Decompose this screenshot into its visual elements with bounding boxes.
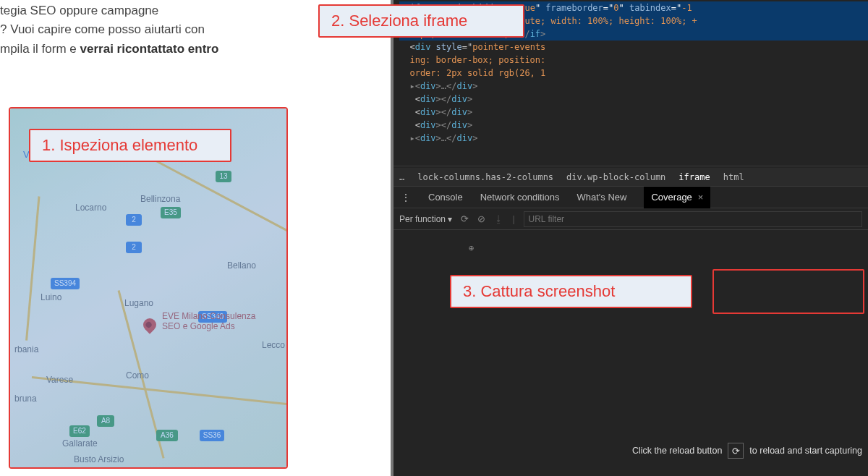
- tab-coverage[interactable]: Coverage ×: [644, 187, 710, 208]
- reload-icon[interactable]: ⟳: [461, 213, 469, 224]
- target-icon: ⊕: [469, 243, 474, 253]
- page-body-text: tegia SEO oppure campagne ? Vuoi capire …: [0, 1, 304, 59]
- breadcrumb-item[interactable]: lock-columns.has-2-columns: [417, 172, 553, 182]
- dom-node-style: order: 2px solid rgb(26, 1: [399, 67, 868, 80]
- breadcrumb-item[interactable]: html: [723, 172, 744, 182]
- page-line-3: mpila il form e verrai ricontattato entr…: [0, 40, 304, 59]
- tab-whats-new[interactable]: What's New: [577, 192, 627, 203]
- close-icon[interactable]: ×: [698, 192, 704, 203]
- coverage-reload-hint: Click the reload button ⟳ to reload and …: [632, 443, 862, 459]
- coverage-toolbar: Per function ▾ ⟳ ⊘ ⭳ |: [393, 208, 868, 230]
- inspect-overlay: [10, 109, 286, 467]
- dom-node-div[interactable]: <div></div>: [399, 106, 868, 119]
- dom-node-div[interactable]: ▸<div>…</div>: [399, 132, 868, 145]
- export-icon[interactable]: ⭳: [494, 213, 503, 224]
- url-filter-input[interactable]: [524, 211, 863, 227]
- dom-node-div[interactable]: <div style="pointer-events: [399, 41, 868, 54]
- devtools-panel: width: 100%; height: 100%; t ▸<iframe ar…: [391, 0, 868, 476]
- breadcrumb-item-selected[interactable]: iframe: [678, 172, 710, 182]
- page-line-2: ? Vuoi capire come posso aiutarti con: [0, 20, 304, 39]
- breadcrumb-item[interactable]: div.wp-block-column: [566, 172, 665, 182]
- page-line-1: tegia SEO oppure campagne: [0, 1, 304, 20]
- dom-node-style: ing: border-box; position:: [399, 54, 868, 67]
- tab-network-conditions[interactable]: Network conditions: [480, 192, 560, 203]
- tab-console[interactable]: Console: [428, 192, 463, 203]
- reload-button[interactable]: ⟳: [728, 443, 744, 459]
- dom-node-div[interactable]: <div></div>: [399, 119, 868, 132]
- dom-node-div[interactable]: <div></div>: [399, 93, 868, 106]
- annotation-step-2: 2. Seleziona iframe: [318, 4, 524, 38]
- breadcrumb-item[interactable]: …: [399, 172, 404, 182]
- clear-icon[interactable]: ⊘: [477, 213, 485, 224]
- dom-breadcrumb[interactable]: … lock-columns.has-2-columns div.wp-bloc…: [393, 168, 868, 187]
- per-function-dropdown[interactable]: Per function ▾: [399, 214, 452, 224]
- drawer-tabs: ⋮ Console Network conditions What's New …: [393, 187, 868, 208]
- coverage-content: ⊕ Click the reload button ⟳ to reload an…: [393, 230, 868, 476]
- annotation-step-3: 3. Cattura screenshot: [450, 275, 692, 308]
- dom-node-div[interactable]: ▸<div>…</div>: [399, 80, 868, 93]
- drawer-menu-icon[interactable]: ⋮: [401, 192, 411, 203]
- annotation-step-1: 1. Ispeziona elemento: [29, 129, 231, 162]
